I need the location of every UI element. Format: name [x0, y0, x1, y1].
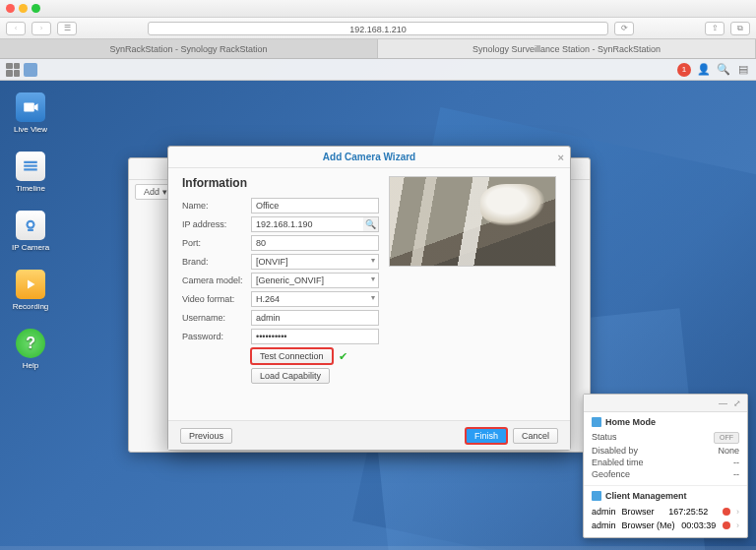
browser-tab-1[interactable]: SynRackStation - Synology RackStation	[0, 39, 378, 58]
user-icon[interactable]: 👤	[697, 63, 711, 77]
desktop-recording[interactable]: Recording	[12, 270, 49, 311]
share-button[interactable]: ⇪	[705, 22, 724, 35]
reader-button[interactable]: ⟳	[614, 22, 634, 35]
svg-marker-7	[28, 280, 35, 289]
maximize-window-icon[interactable]	[32, 4, 40, 13]
forward-button[interactable]: ›	[32, 22, 51, 35]
svg-rect-3	[24, 168, 37, 170]
svg-rect-0	[24, 103, 34, 112]
close-icon[interactable]: ×	[558, 152, 564, 163]
svg-point-5	[29, 222, 33, 227]
chevron-icon: ›	[736, 520, 739, 530]
name-input[interactable]	[251, 198, 379, 214]
minimize-window-icon[interactable]	[19, 4, 28, 13]
status-toggle[interactable]: OFF	[714, 432, 739, 444]
status-panel: — ⤢ Home Mode StatusOFF Disabled byNone …	[583, 394, 748, 538]
app-grid-icon[interactable]	[6, 63, 20, 77]
test-connection-button[interactable]: Test Connection	[251, 348, 333, 364]
client-row[interactable]: admin Browser 167:25:52 ›	[592, 505, 739, 519]
label: IP Camera	[12, 243, 49, 252]
previous-button[interactable]: Previous	[180, 428, 232, 444]
sidebar-button[interactable]: ☰	[57, 22, 77, 35]
address-bar[interactable]: 192.168.1.210	[148, 22, 608, 35]
client-icon	[592, 491, 601, 501]
browser-tab-2[interactable]: Synology Surveillance Station - SynRackS…	[378, 39, 756, 58]
brand-select[interactable]	[251, 254, 379, 270]
load-capability-button[interactable]: Load Capability	[251, 368, 330, 384]
add-camera-wizard: Add Camera Wizard × Information Name: IP…	[167, 146, 571, 451]
close-window-icon[interactable]	[6, 4, 15, 13]
desktop-help[interactable]: ? Help	[12, 329, 49, 370]
notification-badge[interactable]: 1	[677, 63, 691, 77]
label: Live View	[14, 125, 47, 134]
label: Recording	[13, 302, 48, 311]
video-format-select[interactable]	[251, 291, 379, 307]
tabs-button[interactable]: ⧉	[730, 22, 750, 35]
mac-titlebar	[0, 0, 756, 18]
browser-toolbar: ‹ › ☰ 192.168.1.210 ⟳ ⇪ ⧉	[0, 18, 756, 39]
ip-search-button[interactable]: 🔍	[363, 216, 379, 232]
widgets-icon[interactable]: ▤	[736, 63, 750, 77]
model-select[interactable]	[251, 273, 379, 288]
dsm-desktop: 1 👤 🔍 ▤ Live View Timeline IP Camera Rec…	[0, 59, 756, 550]
svg-rect-1	[24, 161, 37, 163]
label: Timeline	[16, 184, 45, 193]
svg-rect-2	[24, 165, 37, 167]
ip-input[interactable]	[251, 216, 379, 232]
check-icon: ✔	[339, 350, 347, 363]
search-icon[interactable]: 🔍	[717, 63, 730, 77]
taskbar	[0, 546, 756, 550]
expand-icon[interactable]: ⤢	[733, 398, 741, 408]
surveillance-app-icon[interactable]	[24, 63, 37, 77]
desktop-timeline[interactable]: Timeline	[12, 152, 49, 193]
back-button[interactable]: ‹	[6, 22, 26, 35]
desktop-live-view[interactable]: Live View	[12, 92, 49, 134]
desktop-ip-camera[interactable]: IP Camera	[12, 211, 49, 252]
finish-button[interactable]: Finish	[466, 428, 507, 444]
client-row[interactable]: admin Browser (Me) 00:03:39 ›	[592, 519, 739, 532]
desktop-icons: Live View Timeline IP Camera Recording ?…	[12, 92, 49, 370]
svg-rect-6	[28, 229, 33, 231]
home-icon	[592, 417, 601, 427]
disconnect-icon[interactable]	[723, 521, 730, 529]
label: Help	[23, 361, 38, 370]
cancel-button[interactable]: Cancel	[513, 428, 558, 444]
section-heading: Information	[182, 176, 379, 190]
disconnect-icon[interactable]	[723, 508, 730, 516]
password-input[interactable]	[251, 329, 379, 344]
port-input[interactable]	[251, 235, 379, 251]
minimize-icon[interactable]: —	[719, 398, 727, 408]
username-input[interactable]	[251, 310, 379, 326]
chevron-icon: ›	[736, 507, 739, 517]
camera-preview	[389, 176, 556, 267]
browser-tab-strip: SynRackStation - Synology RackStation Sy…	[0, 39, 756, 59]
dsm-topbar: 1 👤 🔍 ▤	[0, 59, 756, 81]
modal-title: Add Camera Wizard ×	[168, 147, 570, 168]
